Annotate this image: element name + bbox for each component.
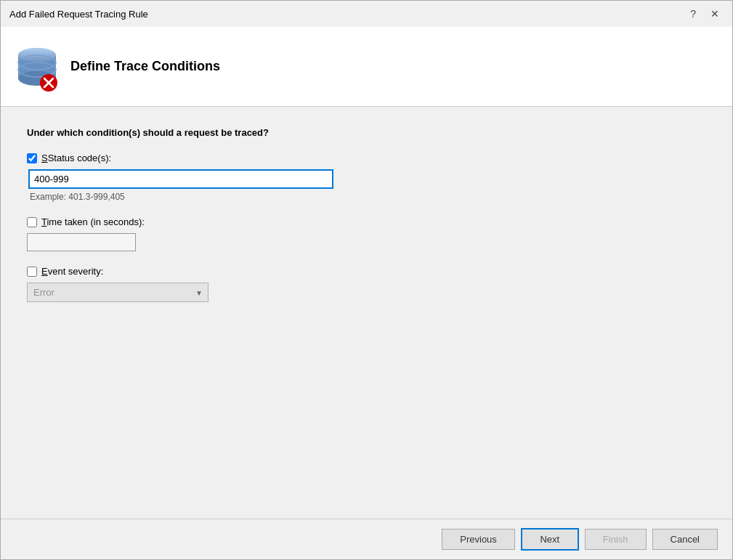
status-code-section: SStatus code(s): Example: 401.3-999,405 (27, 153, 706, 202)
time-taken-checkbox[interactable] (27, 217, 37, 227)
cancel-button[interactable]: Cancel (652, 529, 718, 550)
time-taken-label: Time taken (in seconds): (41, 216, 145, 227)
title-bar-controls: ? ✕ (686, 7, 724, 21)
previous-button[interactable]: Previous (442, 529, 515, 550)
event-severity-label: Event severity: (41, 266, 103, 277)
footer: Previous Next Finish Cancel (1, 519, 732, 559)
header-section: Define Trace Conditions (1, 27, 732, 107)
event-severity-select[interactable]: Error Warning Critical Error (27, 283, 208, 302)
finish-button[interactable]: Finish (585, 529, 647, 550)
content-area: Under which condition(s) should a reques… (1, 107, 732, 519)
event-severity-select-wrapper: Error Warning Critical Error ▼ (27, 283, 208, 302)
status-code-input[interactable] (28, 169, 333, 189)
status-code-checkbox-label[interactable]: SStatus code(s): (27, 153, 706, 163)
question-label: Under which condition(s) should a reques… (27, 127, 706, 138)
status-code-example: Example: 401.3-999,405 (30, 192, 706, 202)
header-icon-container (15, 45, 59, 89)
dialog-title: Add Failed Request Tracing Rule (9, 9, 148, 20)
time-taken-checkbox-label[interactable]: Time taken (in seconds): (27, 216, 706, 227)
database-error-icon (15, 45, 59, 92)
help-button[interactable]: ? (686, 7, 700, 21)
next-button[interactable]: Next (521, 528, 579, 551)
event-severity-checkbox[interactable] (27, 267, 37, 277)
status-code-checkbox[interactable] (27, 153, 37, 163)
status-code-input-wrapper: Example: 401.3-999,405 (28, 169, 706, 202)
time-taken-input[interactable] (27, 233, 136, 251)
close-button[interactable]: ✕ (706, 7, 724, 21)
time-taken-section: Time taken (in seconds): (27, 216, 706, 251)
event-severity-checkbox-label[interactable]: Event severity: (27, 266, 706, 277)
title-bar: Add Failed Request Tracing Rule ? ✕ (1, 1, 732, 27)
header-text: Define Trace Conditions (70, 59, 220, 74)
status-code-label: SStatus code(s): (41, 153, 111, 163)
header-title: Define Trace Conditions (70, 59, 220, 74)
event-severity-section: Event severity: Error Warning Critical E… (27, 266, 706, 302)
title-bar-left: Add Failed Request Tracing Rule (9, 9, 148, 20)
dialog-window: Add Failed Request Tracing Rule ? ✕ (0, 0, 733, 560)
